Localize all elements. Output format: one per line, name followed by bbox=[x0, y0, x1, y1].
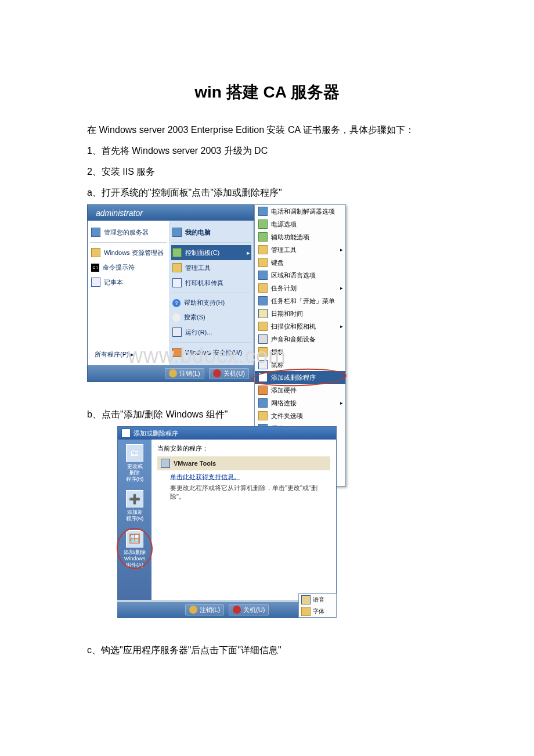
pin-cmd[interactable]: C:\命令提示符 bbox=[90, 260, 167, 275]
side-windows-components[interactable]: 🪟 添加/删除Windows组件(A) bbox=[120, 530, 149, 568]
windows-components-icon: 🪟 bbox=[126, 530, 143, 548]
logoff-button[interactable]: 注销(L) bbox=[165, 368, 204, 379]
sm-phone-modem[interactable]: 电话和调制解调器选项 bbox=[255, 205, 345, 218]
all-programs[interactable]: 所有程序(P) ▸ bbox=[93, 347, 135, 362]
screenshot-add-remove-programs: 添加或删除程序 🗂 更改或删除程序(H) ➕ 添加新程序(N) 🪟 添加/删除W… bbox=[117, 426, 337, 618]
screenshot-start-menu: administrator 管理您的服务器 Windows 资源管理器 C:\命… bbox=[87, 204, 346, 382]
admin-tools[interactable]: 管理工具 bbox=[171, 260, 251, 275]
installed-header: 当前安装的程序： bbox=[157, 444, 330, 453]
sm-date-time[interactable]: 日期和时间 bbox=[255, 307, 345, 320]
window-icon bbox=[121, 429, 131, 438]
printers-faxes[interactable]: 打印机和传真 bbox=[171, 275, 251, 290]
step-c: c、钩选"应用程序服务器"后点击下面"详细信息" bbox=[87, 641, 447, 660]
side-panel: 🗂 更改或删除程序(H) ➕ 添加新程序(N) 🪟 添加/删除Windows组件… bbox=[118, 440, 151, 600]
pin-explorer[interactable]: Windows 资源管理器 bbox=[90, 245, 167, 260]
sm-power[interactable]: 电源选项 bbox=[255, 218, 345, 231]
add-new-icon: ➕ bbox=[126, 490, 143, 507]
sm-taskbar-start[interactable]: 任务栏和「开始」菜单 bbox=[255, 294, 345, 307]
pin-manage-server[interactable]: 管理您的服务器 bbox=[90, 225, 167, 240]
search[interactable]: 搜索(S) bbox=[171, 310, 251, 325]
change-remove-note: 要更改此程序或将它从计算机删除，单击"更改"或"删除"。 bbox=[170, 484, 330, 501]
sm-network-connections[interactable]: 网络连接▸ bbox=[255, 397, 345, 409]
sm-add-hardware[interactable]: 添加硬件 bbox=[255, 384, 345, 397]
help-support[interactable]: ?帮助和支持(H) bbox=[171, 296, 251, 310]
window-titlebar: 添加或删除程序 bbox=[118, 427, 336, 440]
run[interactable]: 运行(R)... bbox=[171, 325, 251, 340]
shutdown-button[interactable]: 关机(U) bbox=[229, 604, 269, 615]
step-2: 2、安装 IIS 服务 bbox=[87, 163, 447, 181]
program-icon bbox=[161, 459, 170, 468]
side-add-new[interactable]: ➕ 添加新程序(N) bbox=[120, 490, 149, 522]
pin-notepad[interactable]: 记事本 bbox=[90, 275, 167, 290]
sm-admin-tools[interactable]: 管理工具▸ bbox=[255, 243, 345, 256]
windows-security[interactable]: Windows 安全性(W) bbox=[171, 345, 251, 360]
side-change-remove[interactable]: 🗂 更改或删除程序(H) bbox=[120, 444, 149, 482]
tiny-speech[interactable]: 语音 bbox=[299, 594, 336, 606]
sm-accessibility[interactable]: 辅助功能选项 bbox=[255, 231, 345, 243]
logoff-button[interactable]: 注销(L) bbox=[185, 604, 224, 615]
support-link[interactable]: 单击此处获得支持信息。 bbox=[170, 473, 240, 481]
sm-add-remove-programs[interactable]: 添加或删除程序 bbox=[255, 371, 345, 384]
doc-title: win 搭建 CA 服务器 bbox=[87, 81, 447, 103]
shutdown-button[interactable]: 关机(U) bbox=[209, 368, 249, 379]
tiny-menu-fragment: 语音 字体 bbox=[298, 593, 337, 618]
sm-sounds[interactable]: 声音和音频设备 bbox=[255, 333, 345, 345]
sm-scanners-cameras[interactable]: 扫描仪和照相机▸ bbox=[255, 320, 345, 333]
change-remove-icon: 🗂 bbox=[126, 444, 143, 462]
tiny-fonts[interactable]: 字体 bbox=[299, 606, 336, 617]
sm-regional[interactable]: 区域和语言选项 bbox=[255, 269, 345, 282]
control-panel[interactable]: 控制面板(C)▸ bbox=[171, 245, 251, 260]
program-row-vmware-tools[interactable]: VMware Tools bbox=[157, 456, 330, 470]
my-computer[interactable]: 我的电脑 bbox=[171, 225, 251, 240]
sm-licensing[interactable]: 授权 bbox=[255, 345, 345, 358]
startmenu-user: administrator bbox=[88, 205, 254, 221]
step-a: a、打开系统的"控制面板"点击"添加或删除程序" bbox=[87, 183, 447, 202]
sm-mouse[interactable]: 鼠标 bbox=[255, 358, 345, 371]
sm-scheduled-tasks[interactable]: 任务计划▸ bbox=[255, 282, 345, 294]
sm-folder-options[interactable]: 文件夹选项 bbox=[255, 409, 345, 422]
step-1: 1、首先将 Windows server 2003 升级为 DC bbox=[87, 142, 447, 160]
intro: 在 Windows server 2003 Enterprise Edition… bbox=[87, 121, 447, 139]
sm-keyboard[interactable]: 键盘 bbox=[255, 256, 345, 269]
